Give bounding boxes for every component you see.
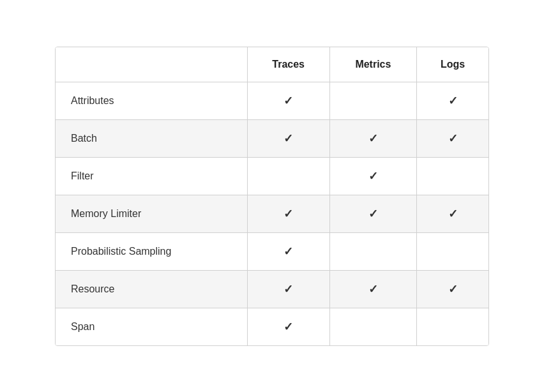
table-row: Attributes✓✓ — [56, 82, 488, 119]
table-row: Probabilistic Sampling✓ — [56, 232, 488, 270]
cell-metrics — [329, 308, 416, 345]
cell-logs: ✓ — [417, 270, 488, 308]
cell-traces: ✓ — [247, 119, 329, 157]
table-row: Resource✓✓✓ — [56, 270, 488, 308]
cell-metrics: ✓ — [329, 119, 416, 157]
cell-logs: ✓ — [417, 195, 488, 232]
cell-traces: ✓ — [247, 195, 329, 232]
cell-metrics — [329, 232, 416, 270]
table-row: Batch✓✓✓ — [56, 119, 488, 157]
cell-logs — [417, 308, 488, 345]
check-icon: ✓ — [368, 170, 378, 183]
cell-metrics: ✓ — [329, 195, 416, 232]
table-row: Filter✓ — [56, 157, 488, 195]
cell-metrics: ✓ — [329, 270, 416, 308]
cell-traces — [247, 157, 329, 195]
table-row: Memory Limiter✓✓✓ — [56, 195, 488, 232]
feature-name: Probabilistic Sampling — [56, 232, 247, 270]
check-icon: ✓ — [283, 132, 293, 145]
table-header-row: Traces Metrics Logs — [56, 47, 488, 82]
check-icon: ✓ — [448, 132, 458, 145]
check-icon: ✓ — [368, 132, 378, 145]
feature-name: Memory Limiter — [56, 195, 247, 232]
check-icon: ✓ — [448, 207, 458, 220]
cell-logs — [417, 232, 488, 270]
cell-logs: ✓ — [417, 82, 488, 119]
check-icon: ✓ — [448, 94, 458, 107]
check-icon: ✓ — [283, 94, 293, 107]
cell-traces: ✓ — [247, 82, 329, 119]
header-metrics: Metrics — [329, 47, 416, 82]
check-icon: ✓ — [368, 283, 378, 296]
comparison-table: Traces Metrics Logs Attributes✓✓Batch✓✓✓… — [55, 47, 489, 346]
feature-name: Span — [56, 308, 247, 345]
cell-traces: ✓ — [247, 308, 329, 345]
cell-metrics: ✓ — [329, 157, 416, 195]
header-traces: Traces — [247, 47, 329, 82]
feature-name: Resource — [56, 270, 247, 308]
header-logs: Logs — [417, 47, 488, 82]
table-row: Span✓ — [56, 308, 488, 345]
check-icon: ✓ — [283, 207, 293, 220]
check-icon: ✓ — [283, 245, 293, 258]
cell-logs: ✓ — [417, 119, 488, 157]
cell-metrics — [329, 82, 416, 119]
feature-name: Filter — [56, 157, 247, 195]
check-icon: ✓ — [368, 207, 378, 220]
cell-logs — [417, 157, 488, 195]
check-icon: ✓ — [283, 283, 293, 296]
header-feature — [56, 47, 247, 82]
check-icon: ✓ — [283, 320, 293, 333]
check-icon: ✓ — [448, 283, 458, 296]
feature-name: Batch — [56, 119, 247, 157]
feature-name: Attributes — [56, 82, 247, 119]
cell-traces: ✓ — [247, 270, 329, 308]
cell-traces: ✓ — [247, 232, 329, 270]
